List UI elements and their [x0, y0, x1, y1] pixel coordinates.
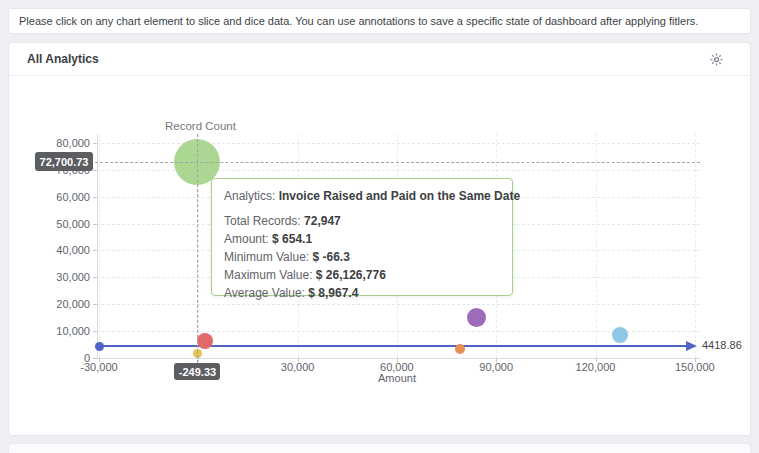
tooltip-row: Average Value: $ 8,967.4	[224, 284, 500, 302]
tooltip-analytics-name: Invoice Raised and Paid on the Same Date	[279, 189, 520, 203]
panel-title: All Analytics	[9, 52, 99, 66]
tooltip-row: Maximum Value: $ 26,126,776	[224, 266, 500, 284]
chart-bubble[interactable]	[455, 344, 465, 354]
tooltip-rows: Total Records: 72,947Amount: $ 654.1Mini…	[224, 212, 500, 302]
chart-tooltip: Analytics: Invoice Raised and Paid on th…	[211, 178, 513, 296]
gear-icon[interactable]	[709, 52, 724, 67]
chart-bubble[interactable]	[197, 333, 213, 349]
tooltip-row: Amount: $ 654.1	[224, 230, 500, 248]
next-panel-sliver	[8, 443, 751, 453]
chart-bubble[interactable]	[467, 308, 486, 327]
tooltip-title: Analytics: Invoice Raised and Paid on th…	[224, 189, 500, 203]
info-banner: Please click on any chart element to sli…	[8, 8, 751, 34]
line-start-point[interactable]	[95, 342, 104, 351]
analytics-panel-header: All Analytics	[9, 43, 750, 76]
tooltip-row: Total Records: 72,947	[224, 212, 500, 230]
info-banner-text: Please click on any chart element to sli…	[19, 15, 698, 27]
tooltip-row: Minimum Value: $ -66.3	[224, 248, 500, 266]
dashboard-page: Please click on any chart element to sli…	[0, 0, 759, 453]
